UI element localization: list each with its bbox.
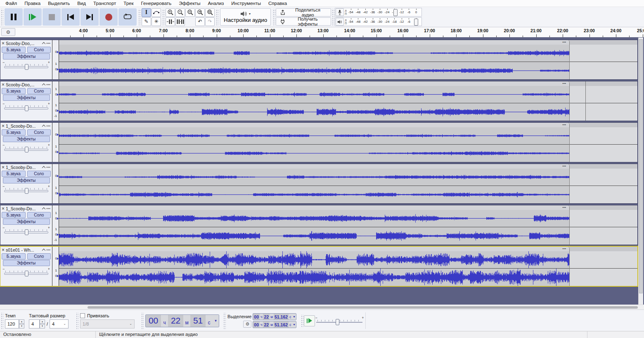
waveform-channel-2[interactable] [59,186,569,203]
close-track-button[interactable]: × [2,124,5,129]
tempo-spinner[interactable]: ▲▼ [19,319,24,328]
waveform-channel-1[interactable] [59,210,569,227]
track-waveform-area[interactable]: ⋯ [59,40,637,79]
close-track-button[interactable]: × [2,206,5,211]
play-at-speed-button[interactable] [304,315,315,326]
close-track-button[interactable]: × [2,41,5,46]
gain-slider[interactable]: − + [2,143,51,153]
play-speed-slider-handle[interactable] [336,319,339,325]
snap-checkbox[interactable] [80,313,85,318]
get-effects-button[interactable]: Получить эффекты [276,17,331,26]
waveform-channel-1[interactable] [59,127,569,144]
time-toolbar-grip[interactable] [141,312,144,329]
waveform-channel-2[interactable] [59,227,569,245]
selection-toolbar-grip[interactable] [223,312,226,329]
track-menu-button[interactable]: ⋯ [46,83,51,87]
gain-slider-handle[interactable] [25,105,28,111]
clip-menu-button[interactable]: ⋯ [562,205,566,209]
vertical-scale-ruler[interactable]: 1010-1 [52,81,59,121]
draw-tool-button[interactable]: ✎ [142,17,151,26]
time-signature-toolbar-grip[interactable] [0,312,3,329]
mute-button[interactable]: Б.звука [2,88,26,94]
clip-header[interactable]: ⋯ [59,247,569,251]
play-at-speed-grip[interactable] [301,314,303,327]
time-format-dropdown[interactable]: ▾ [213,315,219,327]
waveform-channel-1[interactable] [59,169,569,186]
meter-volume-slider-handle[interactable] [414,19,418,26]
envelope-tool-button[interactable] [152,8,161,17]
waveform-channel-1[interactable] [59,251,569,268]
collapse-track-icon[interactable] [42,42,45,45]
gain-slider-handle[interactable] [25,147,28,152]
gain-slider-handle[interactable] [25,229,28,235]
redo-button[interactable]: ↷ [205,17,215,26]
time-format-dropdown[interactable]: ▾ [292,321,296,328]
recording-meter-scale[interactable]: -54-48-42-36-30-24-18-12-60 [348,8,421,16]
track-name[interactable]: 1_Scooby-Do... [6,165,41,170]
play-button[interactable] [24,8,42,26]
solo-button[interactable]: Соло [27,212,51,218]
solo-button[interactable]: Соло [27,171,51,177]
waveform-channel-1[interactable] [59,45,569,62]
track-name[interactable]: s01e01 - Wh... [6,248,41,252]
gain-slider[interactable]: − + [2,60,51,71]
waveform-channel-2[interactable] [59,145,569,162]
effects-button[interactable]: Эффекты [3,177,50,183]
effects-button[interactable]: Эффекты [3,136,50,142]
timesig-denominator-select[interactable]: 4⌄ [50,319,69,328]
track-menu-button[interactable]: ⋯ [46,124,51,128]
zoom-selection-button[interactable] [185,8,195,17]
audio-clip[interactable]: ⋯ [59,123,570,162]
effects-button[interactable]: Эффекты [3,53,50,60]
share-audio-button[interactable]: Поделиться аудио [276,8,331,17]
menu-item-effects[interactable]: Эффекты [175,0,204,6]
selection-start-field[interactable]: 00ч22м51.162с▾ [253,313,296,320]
edit-toolbar-grip[interactable] [162,9,165,25]
clip-menu-button[interactable]: ⋯ [562,247,566,251]
gain-slider[interactable]: − + [2,102,51,112]
vertical-scale-ruler[interactable]: 010 [52,123,59,162]
gain-slider[interactable]: − + [2,226,51,236]
vertical-scale-ruler[interactable]: 010 [52,40,59,79]
collapse-track-icon[interactable] [42,249,45,252]
track-menu-button[interactable]: ⋯ [46,165,51,169]
vertical-scrollbar-thumb[interactable] [639,39,643,293]
skip-to-start-button[interactable] [62,8,80,26]
silence-selection-button[interactable] [175,17,185,26]
share-toolbar-grip[interactable] [272,9,275,25]
solo-button[interactable]: Соло [27,47,51,53]
audio-setup-button[interactable]: ▾ Настройки аудио [220,8,271,26]
clip-menu-button[interactable]: ⋯ [562,40,566,44]
snap-interval-select[interactable]: 1/8⌄ [80,319,135,328]
track-menu-button[interactable]: ⋯ [46,248,51,252]
meter-toolbar-grip[interactable] [331,9,334,25]
fit-project-button[interactable] [205,8,215,17]
stop-button[interactable] [43,8,61,26]
collapse-track-icon[interactable] [42,83,45,87]
timesig-numerator-input[interactable]: 4 [29,319,40,328]
timesig-numerator-spinner[interactable]: ▲▼ [40,319,45,328]
track-waveform-area[interactable]: ⋯ [59,247,637,286]
recording-meter[interactable]: ЛП -54-48-42-36-30-24-18-12-60 [335,8,422,17]
multi-tool-button[interactable]: ✳ [152,17,161,26]
track-waveform-area[interactable]: ⋯ [59,123,637,162]
vertical-scale-ruler[interactable]: 010 [52,164,59,203]
track-menu-button[interactable]: ⋯ [46,207,51,211]
play-speed-slider[interactable]: − + [315,315,364,326]
time-format-dropdown[interactable]: ▾ [292,314,296,320]
audio-clip[interactable]: ⋯ [59,247,570,286]
undo-button[interactable]: ↶ [195,17,205,26]
track-menu-button[interactable]: ⋯ [46,41,51,45]
transport-toolbar-grip[interactable] [0,9,3,25]
mute-button[interactable]: Б.звука [2,171,26,177]
gain-slider-handle[interactable] [25,271,28,276]
trim-outside-selection-button[interactable] [166,17,175,26]
playback-meter-scale[interactable]: -54-48-42-36-30-24-18-12-60 [348,18,421,26]
close-track-button[interactable]: × [2,82,5,87]
menu-item-tools[interactable]: Инструменты [227,0,265,6]
pause-button[interactable] [5,8,23,26]
selection-options-button[interactable]: ⚙ [243,321,251,328]
playback-speaker-button[interactable] [336,18,344,26]
clip-header[interactable]: ⋯ [59,123,569,127]
track-waveform-area[interactable]: ⋯ [59,205,637,245]
